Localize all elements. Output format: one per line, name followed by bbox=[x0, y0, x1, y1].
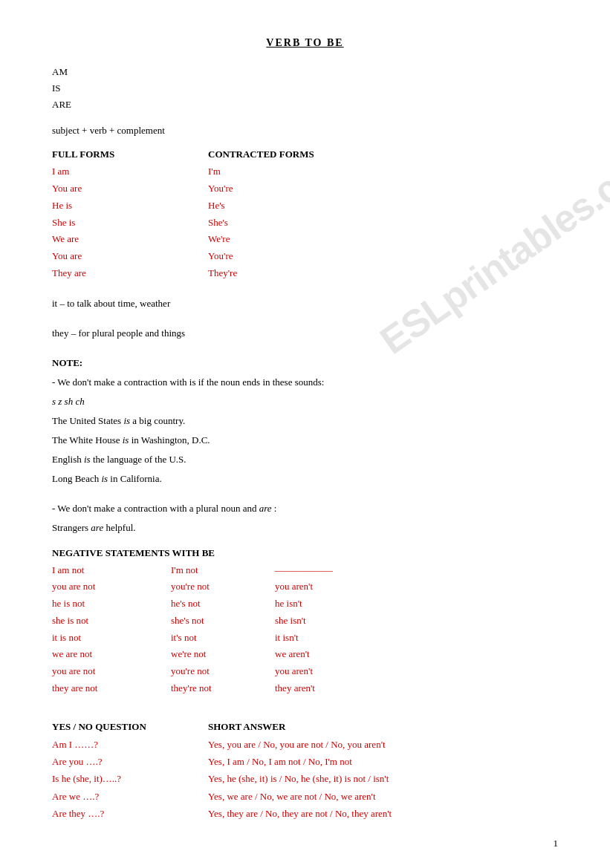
contracted-form-4: She's bbox=[208, 215, 558, 232]
example-2: The White House is in Washington, D.C. bbox=[52, 432, 558, 448]
verb-is: IS bbox=[52, 80, 558, 97]
neg-3-7: you aren't bbox=[275, 663, 558, 680]
note2: - We don't make a contraction with a plu… bbox=[52, 500, 558, 517]
qa-a-1: Yes, you are / No, you are not / No, you… bbox=[208, 736, 558, 753]
contracted-forms-column: CONTRACTED FORMS I'm You're He's She's W… bbox=[208, 149, 558, 281]
formula: subject + verb + complement bbox=[52, 125, 558, 137]
it-note: it – to talk about time, weather bbox=[52, 296, 558, 312]
neg-1-3: he is not bbox=[52, 595, 171, 613]
qa-q-3: Is he (she, it)…..? bbox=[52, 770, 208, 787]
full-form-4: She is bbox=[52, 215, 208, 232]
sounds: s z sh ch bbox=[52, 394, 558, 410]
example-3: English is the language of the U.S. bbox=[52, 451, 558, 468]
contracted-form-5: We're bbox=[208, 231, 558, 248]
neg-3-8: they aren't bbox=[275, 680, 558, 697]
neg-3-5: it isn't bbox=[275, 630, 558, 647]
qa-a-2: Yes, I am / No, I am not / No, I'm not bbox=[208, 753, 558, 770]
negative-section: NEGATIVE STATEMENTS WITH BE I am not you… bbox=[52, 547, 558, 697]
contracted-form-3: He's bbox=[208, 198, 558, 215]
qa-row-5: Are they ….? Yes, they are / No, they ar… bbox=[52, 805, 558, 822]
neg-col-1: I am not you are not he is not she is no… bbox=[52, 562, 171, 697]
qa-a-3: Yes, he (she, it) is / No, he (she, it) … bbox=[208, 770, 558, 787]
verb-are: ARE bbox=[52, 97, 558, 113]
qa-a-4: Yes, we are / No, we are not / No, we ar… bbox=[208, 788, 558, 805]
page-number: 1 bbox=[554, 838, 559, 849]
qa-row-3: Is he (she, it)…..? Yes, he (she, it) is… bbox=[52, 770, 558, 787]
contracted-form-1: I'm bbox=[208, 163, 558, 180]
neg-1-7: you are not bbox=[52, 663, 171, 680]
qa-row-1: Am I ……? Yes, you are / No, you are not … bbox=[52, 736, 558, 753]
neg-3-3: he isn't bbox=[275, 595, 558, 613]
neg-2-3: he's not bbox=[171, 595, 275, 613]
full-forms-header: FULL FORMS bbox=[52, 149, 208, 160]
qa-row-2: Are you ….? Yes, I am / No, I am not / N… bbox=[52, 753, 558, 770]
neg-forms: I am not you are not he is not she is no… bbox=[52, 562, 558, 697]
neg-1-5: it is not bbox=[52, 630, 171, 647]
forms-section: FULL FORMS I am You are He is She is We … bbox=[52, 149, 558, 281]
q-header: YES / NO QUESTION bbox=[52, 721, 208, 733]
negative-header: NEGATIVE STATEMENTS WITH BE bbox=[52, 547, 558, 559]
note1: - We don't make a contraction with is if… bbox=[52, 374, 558, 391]
qa-row-4: Are we ….? Yes, we are / No, we are not … bbox=[52, 788, 558, 805]
full-forms-column: FULL FORMS I am You are He is She is We … bbox=[52, 149, 208, 281]
verb-am: AM bbox=[52, 64, 558, 80]
neg-2-4: she's not bbox=[171, 613, 275, 630]
full-form-3: He is bbox=[52, 198, 208, 215]
contracted-form-6: You're bbox=[208, 248, 558, 265]
neg-2-5: it's not bbox=[171, 630, 275, 647]
neg-1-1: I am not bbox=[52, 562, 171, 579]
example-4: Long Beach is in California. bbox=[52, 471, 558, 487]
they-note: they – for plural people and things bbox=[52, 325, 558, 342]
neg-3-6: we aren't bbox=[275, 646, 558, 663]
qa-q-4: Are we ….? bbox=[52, 788, 208, 805]
qa-section: YES / NO QUESTION SHORT ANSWER Am I ……? … bbox=[52, 721, 558, 823]
neg-2-2: you're not bbox=[171, 578, 275, 595]
contracted-form-2: You're bbox=[208, 180, 558, 198]
neg-1-4: she is not bbox=[52, 613, 171, 630]
qa-q-2: Are you ….? bbox=[52, 753, 208, 770]
note2-example: Strangers are helpful. bbox=[52, 520, 558, 536]
full-form-6: You are bbox=[52, 248, 208, 265]
page-title: VERB TO BE bbox=[52, 37, 558, 49]
neg-1-8: they are not bbox=[52, 680, 171, 697]
full-form-5: We are bbox=[52, 231, 208, 248]
neg-col-3: —————— you aren't he isn't she isn't it … bbox=[275, 562, 558, 697]
neg-3-1: —————— bbox=[275, 562, 558, 579]
page: ESLprintables.com VERB TO BE AM IS ARE s… bbox=[0, 0, 610, 868]
example-1: The United States is a big country. bbox=[52, 413, 558, 429]
full-form-7: They are bbox=[52, 265, 208, 282]
a-header: SHORT ANSWER bbox=[208, 721, 558, 733]
verb-list: AM IS ARE bbox=[52, 64, 558, 113]
full-form-1: I am bbox=[52, 163, 208, 180]
full-form-2: You are bbox=[52, 180, 208, 198]
qa-a-5: Yes, they are / No, they are not / No, t… bbox=[208, 805, 558, 822]
neg-1-2: you are not bbox=[52, 578, 171, 595]
qa-header: YES / NO QUESTION SHORT ANSWER bbox=[52, 721, 558, 733]
note-label: NOTE: bbox=[52, 355, 558, 371]
contracted-form-7: They're bbox=[208, 265, 558, 282]
neg-2-8: they're not bbox=[171, 680, 275, 697]
neg-col-2: I'm not you're not he's not she's not it… bbox=[171, 562, 275, 697]
notes-section: it – to talk about time, weather they – … bbox=[52, 296, 558, 537]
neg-3-4: she isn't bbox=[275, 613, 558, 630]
neg-2-7: you're not bbox=[171, 663, 275, 680]
qa-q-5: Are they ….? bbox=[52, 805, 208, 822]
neg-1-6: we are not bbox=[52, 646, 171, 663]
neg-2-6: we're not bbox=[171, 646, 275, 663]
contracted-forms-header: CONTRACTED FORMS bbox=[208, 149, 558, 160]
neg-3-2: you aren't bbox=[275, 578, 558, 595]
neg-2-1: I'm not bbox=[171, 562, 275, 579]
qa-q-1: Am I ……? bbox=[52, 736, 208, 753]
